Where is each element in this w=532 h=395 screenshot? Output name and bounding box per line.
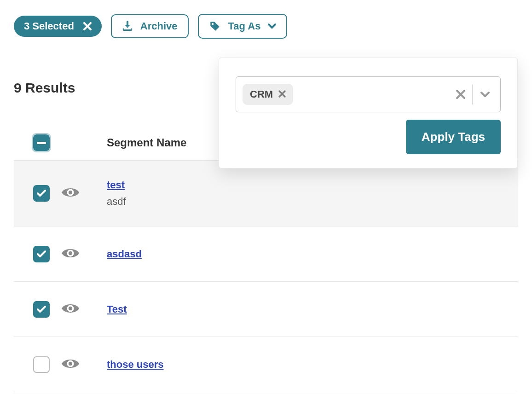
open-tag-dropdown[interactable]	[473, 89, 496, 99]
row-checkbox[interactable]	[33, 185, 50, 202]
selection-count-pill: 3 Selected	[14, 16, 102, 37]
svg-point-4	[69, 191, 72, 194]
selection-count-label: 3 Selected	[24, 21, 74, 31]
tag-multiselect[interactable]: CRM	[236, 76, 501, 112]
column-header-segment-name: Segment Name	[107, 136, 186, 149]
archive-label: Archive	[140, 21, 178, 31]
segment-name-link[interactable]: asdasd	[107, 248, 142, 260]
segment-name-link[interactable]: Test	[107, 303, 127, 315]
eye-icon[interactable]	[61, 247, 80, 261]
tag-chip: CRM	[243, 84, 293, 105]
segment-name-link[interactable]: test	[107, 179, 125, 191]
row-checkbox[interactable]	[33, 246, 50, 262]
apply-tags-button[interactable]: Apply Tags	[406, 120, 501, 154]
eye-icon[interactable]	[61, 357, 80, 372]
row-checkbox[interactable]	[33, 356, 50, 373]
eye-icon[interactable]	[61, 186, 80, 201]
tag-as-button[interactable]: Tag As	[198, 14, 288, 39]
svg-point-0	[122, 29, 124, 30]
tag-chip-label: CRM	[250, 88, 273, 100]
svg-point-8	[69, 306, 72, 310]
svg-point-6	[69, 251, 72, 255]
table-row: Test	[14, 282, 518, 337]
table-row: those users	[14, 337, 518, 392]
svg-point-2	[212, 23, 214, 25]
eye-icon[interactable]	[61, 302, 80, 317]
archive-button[interactable]: Archive	[111, 14, 189, 38]
table-row: asdasd	[14, 227, 518, 282]
select-all-checkbox[interactable]	[33, 134, 50, 151]
clear-selection-button[interactable]	[83, 22, 92, 30]
apply-tags-label: Apply Tags	[422, 130, 485, 144]
remove-tag-button[interactable]	[278, 88, 286, 100]
tag-icon	[209, 20, 221, 32]
row-checkbox[interactable]	[33, 301, 50, 318]
tag-as-label: Tag As	[228, 21, 261, 31]
table-row: testasdf	[14, 161, 518, 227]
tag-as-popover: CRM Apply Tags	[219, 58, 518, 168]
segment-name-link[interactable]: those users	[107, 359, 164, 371]
download-icon	[122, 21, 133, 32]
svg-point-1	[131, 29, 132, 30]
segment-name-sub: asdf	[107, 196, 126, 208]
bulk-action-toolbar: 3 Selected Archive	[14, 14, 518, 39]
clear-all-tags-button[interactable]	[449, 89, 472, 99]
chevron-down-icon	[268, 22, 276, 30]
svg-point-10	[69, 361, 72, 365]
